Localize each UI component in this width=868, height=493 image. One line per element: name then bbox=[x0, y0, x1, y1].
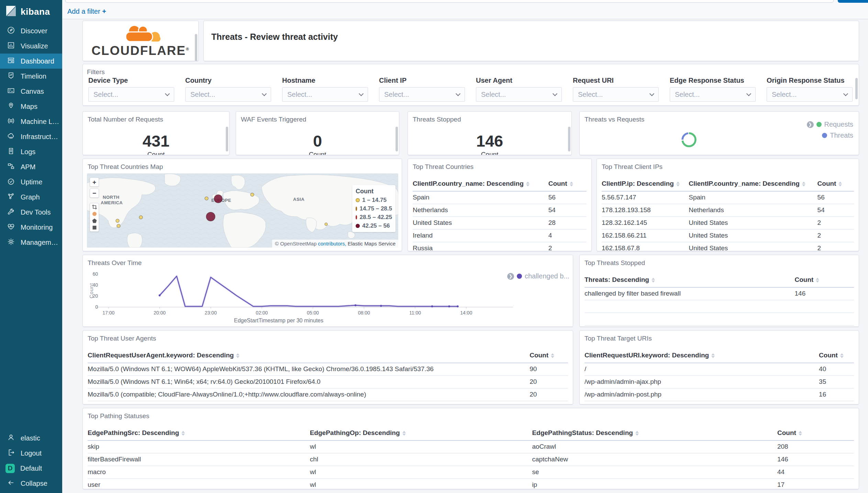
table-cell: 2 bbox=[817, 217, 854, 229]
filter-select[interactable]: Select... bbox=[88, 87, 174, 102]
svg-text:11:00: 11:00 bbox=[409, 310, 421, 316]
visualize-icon bbox=[7, 41, 15, 51]
filter-select[interactable]: Select... bbox=[476, 87, 562, 102]
kibana-brand[interactable]: kibana bbox=[0, 0, 62, 23]
legend-expand-icon[interactable]: ❯ bbox=[807, 121, 814, 128]
table-cell: Mozilla/5.0 (compatible; CloudFlare-Alwa… bbox=[88, 388, 530, 401]
query-bar[interactable] bbox=[65, 0, 834, 3]
sidebar-item-discover[interactable]: Discover bbox=[0, 23, 62, 38]
sort-icon bbox=[635, 429, 639, 437]
legend-item-threats[interactable]: Threats bbox=[830, 131, 853, 139]
sidebar-item-collapse[interactable]: Collapse bbox=[0, 476, 62, 491]
legend-item-requests[interactable]: Requests bbox=[824, 121, 854, 128]
sort-icon bbox=[799, 429, 802, 437]
legend-dot bbox=[356, 224, 360, 228]
map-threat-dot[interactable] bbox=[325, 223, 327, 226]
add-filter-link[interactable]: Add a filter + bbox=[67, 8, 106, 15]
polygon-tool-icon[interactable] bbox=[92, 218, 97, 223]
dev-tools-icon bbox=[7, 207, 15, 217]
column-header[interactable]: Count bbox=[548, 178, 587, 191]
legend-item-challenged[interactable]: challenged b... bbox=[525, 272, 569, 280]
metric-label: Count bbox=[408, 151, 571, 155]
map-threat-dot[interactable] bbox=[139, 216, 143, 219]
column-header[interactable]: EdgePathingOp: Descending bbox=[310, 427, 532, 440]
sidebar-item-graph[interactable]: Graph bbox=[0, 190, 62, 205]
legend-expand-icon[interactable]: ❯ bbox=[507, 273, 514, 280]
sidebar-item-apm[interactable]: APM bbox=[0, 159, 62, 174]
table-cell: United States bbox=[689, 217, 817, 229]
rectangle-tool-icon[interactable] bbox=[92, 225, 97, 230]
threats-over-time-panel: Threats Over Time 020406017:0020:0023:00… bbox=[82, 255, 573, 327]
panel-scrollbar[interactable] bbox=[226, 127, 228, 151]
map-threat-dot[interactable] bbox=[117, 224, 120, 228]
table-cell: 90 bbox=[530, 363, 568, 376]
sidebar-item-management[interactable]: Management bbox=[0, 235, 62, 250]
map-zoom-out-button[interactable]: − bbox=[90, 188, 99, 198]
column-header[interactable]: Count bbox=[817, 178, 854, 191]
column-header[interactable]: ClientIP.ip: Descending bbox=[602, 178, 689, 191]
panel-scrollbar[interactable] bbox=[855, 78, 858, 99]
map-threat-dot[interactable] bbox=[116, 219, 119, 222]
sidebar-item-machine-le[interactable]: Machine Le... bbox=[0, 114, 62, 129]
table-cell: 40 bbox=[819, 363, 854, 376]
crop-tool-icon[interactable] bbox=[92, 204, 97, 210]
sidebar-item-canvas[interactable]: Canvas bbox=[0, 84, 62, 99]
column-header[interactable]: Threats: Descending bbox=[585, 274, 795, 287]
table-row: userwlip17 bbox=[88, 479, 854, 489]
sidebar-item-uptime[interactable]: Uptime bbox=[0, 174, 62, 190]
column-header[interactable]: Count bbox=[530, 350, 568, 363]
map-attribution: © OpenStreetMap contributors, Elastic Ma… bbox=[272, 240, 398, 248]
top-pathing-statuses-table: EdgePathingSrc: DescendingEdgePathingOp:… bbox=[88, 427, 854, 489]
map-threat-dot[interactable] bbox=[205, 197, 208, 200]
filter-select[interactable]: Select... bbox=[573, 87, 659, 102]
series-legend-dot bbox=[517, 274, 522, 279]
sidebar-item-timelion[interactable]: Timelion bbox=[0, 69, 62, 84]
panel-scrollbar[interactable] bbox=[568, 127, 570, 151]
sidebar-item-default-space[interactable]: D Default bbox=[0, 461, 62, 476]
svg-text:05:00: 05:00 bbox=[307, 310, 319, 316]
filter-select[interactable]: Select... bbox=[767, 87, 853, 102]
table-cell: 162.158.67.8 bbox=[602, 242, 689, 251]
table-cell: 16 bbox=[819, 388, 854, 401]
sidebar-item-dashboard[interactable]: Dashboard bbox=[0, 54, 62, 69]
column-header[interactable]: ClientIP.country_name: Descending bbox=[413, 178, 548, 191]
sidebar-item-visualize[interactable]: Visualize bbox=[0, 38, 62, 54]
cloudflare-wordmark: CLOUDFLARE® bbox=[83, 44, 198, 58]
map-zoom-in-button[interactable]: + bbox=[90, 177, 99, 187]
filter-select[interactable]: Select... bbox=[670, 87, 756, 102]
panel-scrollbar[interactable] bbox=[396, 127, 398, 151]
threats-vs-requests-donut[interactable] bbox=[680, 131, 698, 149]
column-header[interactable]: ClientIP.country_name: Descending bbox=[689, 178, 817, 191]
world-map[interactable]: NORTHAMERICAEUROPEASIA + − Count 1 – 14.… bbox=[87, 173, 398, 248]
sidebar-item-monitoring[interactable]: Monitoring bbox=[0, 220, 62, 235]
sidebar-item-logout[interactable]: Logout bbox=[0, 446, 62, 461]
filter-select[interactable]: Select... bbox=[379, 87, 465, 102]
map-threat-dot[interactable] bbox=[251, 193, 254, 196]
filter-select[interactable]: Select... bbox=[185, 87, 271, 102]
map-threat-dot[interactable] bbox=[206, 212, 215, 221]
column-header[interactable]: ClientRequestUserAgent.keyword: Descendi… bbox=[88, 350, 530, 363]
sort-icon bbox=[711, 352, 715, 360]
sidebar-item-logs[interactable]: Logs bbox=[0, 144, 62, 159]
table-row: filterBasedFirewallchlcaptchaNew146 bbox=[88, 453, 854, 466]
table-cell: challenged by filter based firewall bbox=[585, 287, 795, 300]
column-header[interactable]: EdgePathingSrc: Descending bbox=[88, 427, 310, 440]
column-header[interactable]: Count bbox=[795, 274, 854, 287]
sidebar-item-maps[interactable]: Maps bbox=[0, 99, 62, 114]
update-button[interactable] bbox=[838, 0, 868, 3]
sidebar-item-user[interactable]: elastic bbox=[0, 431, 62, 446]
sidebar-item-dev-tools[interactable]: Dev Tools bbox=[0, 205, 62, 220]
sidebar-item-infrastructure[interactable]: Infrastructure bbox=[0, 129, 62, 144]
circle-tool-icon[interactable] bbox=[92, 211, 97, 217]
panel-scrollbar[interactable] bbox=[195, 34, 197, 61]
attribution-link[interactable]: contributors, bbox=[318, 241, 346, 246]
filter-select[interactable]: Select... bbox=[282, 87, 368, 102]
column-header[interactable]: Count bbox=[777, 427, 854, 440]
column-header[interactable]: EdgePathingStatus: Descending bbox=[532, 427, 777, 440]
timelion-icon bbox=[7, 71, 15, 81]
map-threat-dot[interactable] bbox=[214, 195, 222, 203]
column-header[interactable]: Count bbox=[819, 350, 854, 363]
top-threat-client-ips-table: ClientIP.ip: DescendingClientIP.country_… bbox=[602, 178, 854, 251]
brand-title: kibana bbox=[21, 7, 50, 17]
column-header[interactable]: ClientRequestURI.keyword: Descending bbox=[585, 350, 819, 363]
